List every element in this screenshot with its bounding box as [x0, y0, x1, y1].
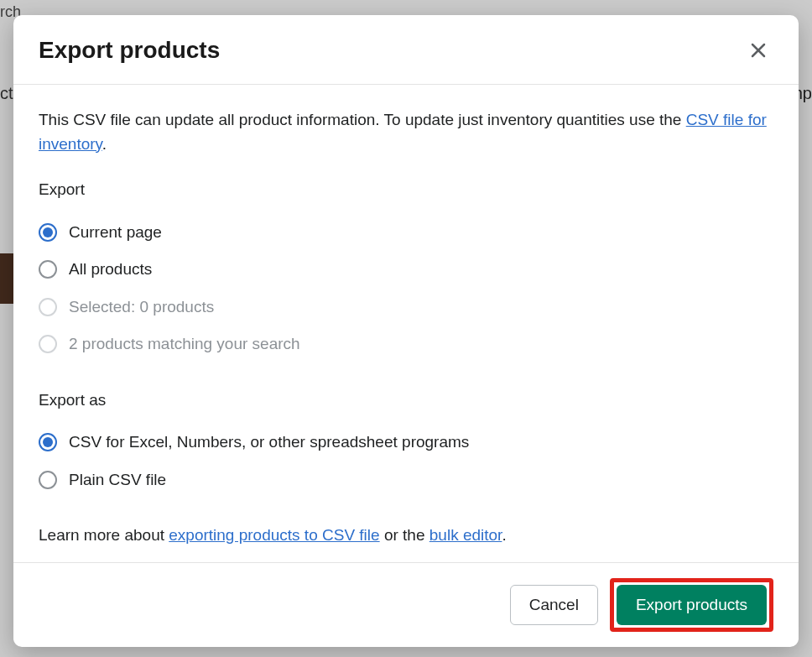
export-section-label: Export	[39, 178, 773, 202]
export-as-radio-group: CSV for Excel, Numbers, or other spreads…	[39, 424, 773, 498]
export-option-current-page[interactable]: Current page	[39, 214, 773, 252]
export-as-section-label: Export as	[39, 388, 773, 413]
radio-icon	[39, 298, 57, 316]
highlight-annotation: Export products	[610, 578, 773, 632]
radio-icon	[39, 260, 57, 279]
exporting-products-link[interactable]: exporting products to CSV file	[169, 526, 379, 544]
modal-header: Export products	[13, 15, 799, 85]
bulk-editor-link[interactable]: bulk editor	[429, 526, 502, 544]
intro-text: This CSV file can update all product inf…	[39, 108, 773, 156]
cancel-button[interactable]: Cancel	[510, 585, 598, 625]
learn-more-text: Learn more about exporting products to C…	[39, 524, 773, 548]
radio-label: All products	[69, 258, 152, 282]
export-option-matching: 2 products matching your search	[39, 326, 773, 363]
modal-footer: Cancel Export products	[13, 562, 799, 647]
export-products-button[interactable]: Export products	[617, 585, 767, 625]
radio-label: Selected: 0 products	[69, 295, 214, 320]
export-products-modal: Export products This CSV file can update…	[13, 15, 799, 647]
radio-label: Current page	[69, 221, 162, 245]
radio-icon	[39, 223, 57, 242]
export-as-option-plain-csv[interactable]: Plain CSV file	[39, 461, 773, 499]
intro-suffix: .	[102, 135, 107, 153]
export-option-selected: Selected: 0 products	[39, 289, 773, 326]
radio-label: CSV for Excel, Numbers, or other spreads…	[69, 430, 469, 455]
radio-icon	[39, 433, 57, 451]
close-button[interactable]	[743, 35, 773, 65]
export-option-all-products[interactable]: All products	[39, 251, 773, 289]
close-icon	[748, 40, 768, 60]
learn-mid: or the	[380, 526, 429, 544]
radio-label: 2 products matching your search	[69, 332, 300, 357]
intro-prefix: This CSV file can update all product inf…	[39, 111, 686, 128]
radio-icon	[39, 471, 57, 489]
learn-prefix: Learn more about	[39, 526, 169, 544]
modal-title: Export products	[39, 37, 220, 64]
radio-label: Plain CSV file	[69, 468, 166, 493]
export-as-option-csv-excel[interactable]: CSV for Excel, Numbers, or other spreads…	[39, 424, 773, 461]
modal-body: This CSV file can update all product inf…	[13, 85, 799, 562]
learn-suffix: .	[502, 526, 506, 544]
radio-icon	[39, 335, 57, 353]
export-radio-group: Current page All products Selected: 0 pr…	[39, 214, 773, 363]
